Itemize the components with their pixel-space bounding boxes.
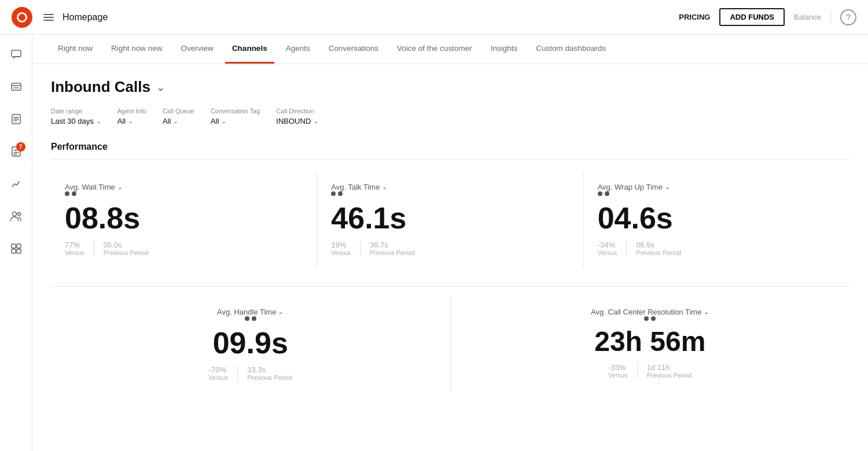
- avg-resolution-time-name[interactable]: Avg. Call Center Resolution Time ⌄: [591, 308, 709, 316]
- logo-inner: [17, 12, 27, 23]
- avg-wait-time-dots: [65, 191, 303, 196]
- metric-avg-resolution-time: Avg. Call Center Resolution Time ⌄ 23h 5…: [450, 296, 850, 393]
- tab-right-now-new[interactable]: Right now new: [104, 35, 170, 64]
- add-funds-button[interactable]: ADD FUNDS: [719, 8, 785, 26]
- dot-2: [72, 191, 76, 196]
- sidebar-item-inbox[interactable]: [6, 76, 27, 97]
- tab-channels[interactable]: Channels: [225, 35, 274, 64]
- content-body: Inbound Calls ⌄ Date range Last 30 days …: [32, 64, 868, 451]
- avg-talk-time-vs: 19% Versus: [331, 241, 360, 256]
- page-header: Inbound Calls ⌄: [51, 78, 849, 96]
- avg-talk-time-vs-label: Versus: [331, 249, 351, 256]
- metric-divider: [360, 241, 361, 256]
- sidebar-item-analytics[interactable]: [6, 173, 27, 194]
- sidebar-item-team[interactable]: [6, 206, 27, 227]
- avg-handle-time-prev: 33.3s Previous Period: [247, 365, 292, 381]
- svg-point-7: [12, 212, 16, 216]
- bottom-metrics-row: Avg. Handle Time ⌄ 09.9s -70% Versus: [51, 286, 849, 393]
- tab-custom-dashboards[interactable]: Custom dashboards: [529, 35, 613, 64]
- tasks-badge: 7: [16, 142, 25, 151]
- svg-rect-2: [43, 20, 54, 21]
- avg-handle-time-value: 09.9s: [213, 327, 288, 360]
- avg-wrap-up-time-prev: 06.9s Previous Period: [636, 241, 681, 256]
- tab-navigation: Right now Right now new Overview Channel…: [32, 35, 868, 64]
- avg-handle-time-prev-label: Previous Period: [247, 374, 292, 381]
- balance-label: Balance: [794, 13, 821, 21]
- conversation-tag-value[interactable]: All ⌄: [211, 117, 260, 125]
- avg-resolution-time-pct: -33%: [608, 363, 628, 372]
- divider: [830, 10, 831, 24]
- dot-2: [651, 316, 656, 321]
- avg-wrap-up-time-dots: [598, 191, 836, 196]
- pricing-link[interactable]: PRICING: [679, 13, 710, 21]
- conversation-tag-arrow: ⌄: [221, 117, 226, 125]
- dot-1: [598, 191, 602, 196]
- svg-rect-12: [17, 249, 21, 253]
- filter-agent-info: Agent Info All ⌄: [117, 108, 146, 125]
- metric-divider: [626, 241, 627, 256]
- sidebar-item-grid[interactable]: [6, 238, 27, 259]
- metric-avg-handle-time: Avg. Handle Time ⌄ 09.9s -70% Versus: [51, 296, 450, 393]
- svg-rect-0: [43, 14, 54, 15]
- avg-wrap-up-time-vs-label: Versus: [598, 249, 617, 256]
- filter-conversation-tag: Conversation Tag All ⌄: [211, 108, 260, 125]
- help-button[interactable]: ?: [840, 9, 856, 25]
- avg-resolution-time-dots: [644, 316, 656, 321]
- tab-conversations[interactable]: Conversations: [322, 35, 385, 64]
- date-range-value[interactable]: Last 30 days ⌄: [51, 117, 101, 125]
- avg-talk-time-prev-val: 38.7s: [370, 241, 415, 249]
- inbound-calls-title: Inbound Calls: [51, 78, 150, 96]
- call-queue-value[interactable]: All ⌄: [163, 117, 194, 125]
- performance-title: Performance: [51, 142, 849, 160]
- agent-info-arrow: ⌄: [128, 117, 133, 125]
- avg-handle-time-pct: -70%: [209, 365, 229, 374]
- avg-wrap-up-time-prev-val: 06.9s: [636, 241, 681, 249]
- avg-resolution-time-prev: 1d 11h Previous Period: [647, 363, 692, 379]
- avg-resolution-time-value: 23h 56m: [594, 327, 705, 357]
- avg-resolution-time-footer: -33% Versus 1d 11h Previous Period: [608, 363, 692, 379]
- dot-1: [331, 191, 336, 196]
- avg-talk-time-dots: [331, 191, 569, 196]
- sidebar-item-reports[interactable]: [6, 109, 27, 130]
- avg-handle-time-prev-val: 33.3s: [247, 365, 292, 374]
- svg-rect-9: [12, 244, 16, 248]
- avg-wrap-up-time-value: 04.6s: [598, 202, 836, 235]
- date-range-arrow: ⌄: [96, 117, 101, 125]
- avg-wait-time-pct: 77%: [65, 241, 84, 249]
- top-metrics-row: Avg. Wait Time ⌄ 08.8s 77% Versus: [51, 171, 849, 268]
- agent-info-label: Agent Info: [117, 108, 146, 114]
- avg-talk-time-value: 46.1s: [331, 202, 569, 235]
- performance-section: Performance Avg. Wait Time ⌄ 08.8s: [51, 142, 849, 393]
- filter-call-queue: Call Queue All ⌄: [163, 108, 194, 125]
- svg-rect-4: [12, 83, 21, 90]
- tab-insights[interactable]: Insights: [484, 35, 525, 64]
- call-direction-arrow: ⌄: [313, 117, 318, 125]
- metric-divider: [637, 363, 638, 379]
- tab-right-now[interactable]: Right now: [51, 35, 100, 64]
- main-layout: 7 Right now: [0, 35, 868, 451]
- call-queue-arrow: ⌄: [173, 117, 178, 125]
- svg-point-8: [17, 213, 20, 216]
- svg-rect-10: [17, 244, 21, 248]
- avg-wait-time-prev-val: 05.0s: [104, 241, 149, 249]
- content-area: Right now Right now new Overview Channel…: [32, 35, 868, 451]
- avg-wait-time-name[interactable]: Avg. Wait Time ⌄: [65, 183, 303, 191]
- svg-rect-3: [12, 50, 21, 57]
- title-dropdown-arrow[interactable]: ⌄: [156, 81, 165, 94]
- call-direction-value[interactable]: INBOUND ⌄: [276, 117, 318, 125]
- logo-button[interactable]: [12, 7, 32, 28]
- avg-wait-time-value: 08.8s: [65, 202, 303, 235]
- tab-voice-of-customer[interactable]: Voice of the customer: [390, 35, 479, 64]
- avg-wrap-up-time-name[interactable]: Avg. Wrap Up Time ⌄: [598, 183, 836, 191]
- sidebar-item-chat[interactable]: [6, 44, 27, 65]
- agent-info-value[interactable]: All ⌄: [117, 117, 146, 125]
- avg-handle-time-name[interactable]: Avg. Handle Time ⌄: [217, 308, 284, 316]
- expand-sidebar-button[interactable]: [39, 8, 58, 27]
- avg-talk-time-name[interactable]: Avg. Talk Time ⌄: [331, 183, 569, 191]
- dot-2: [252, 316, 256, 321]
- tab-agents[interactable]: Agents: [279, 35, 317, 64]
- top-bar: Homepage PRICING ADD FUNDS Balance ?: [0, 0, 868, 35]
- sidebar-item-tasks[interactable]: 7: [6, 141, 27, 162]
- tab-overview[interactable]: Overview: [174, 35, 220, 64]
- avg-wrap-up-time-pct: -34%: [598, 241, 617, 249]
